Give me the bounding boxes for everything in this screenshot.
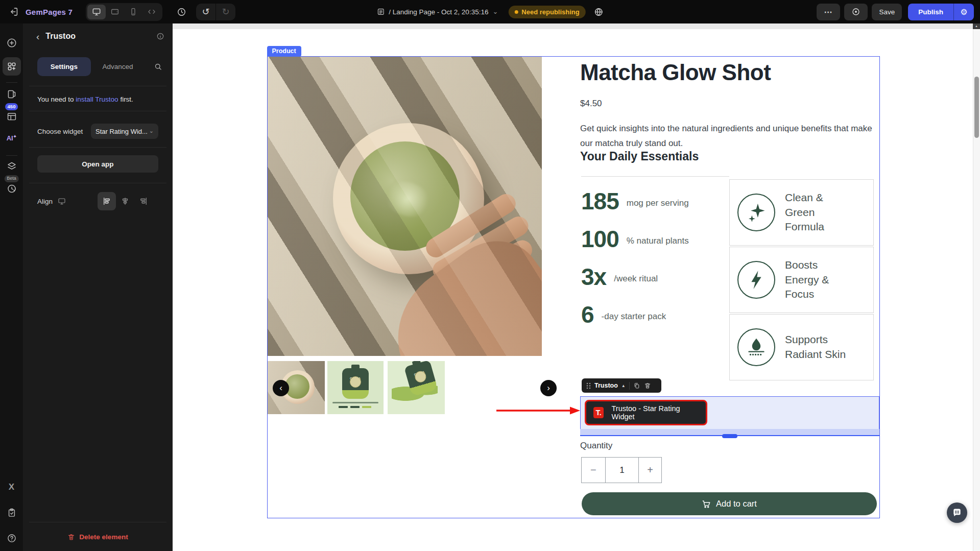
add-to-cart-button[interactable]: Add to cart: [582, 492, 877, 515]
install-notice: You need to install Trustoo first.: [37, 95, 133, 103]
scroll-up-icon[interactable]: ▲: [973, 23, 980, 29]
thumbnail-pouch[interactable]: GEMA: [327, 361, 384, 414]
elements-library-button[interactable]: [3, 57, 21, 76]
stat-row[interactable]: 3x/week ritual: [581, 258, 729, 296]
save-button[interactable]: Save: [872, 4, 902, 20]
align-right-button[interactable]: [134, 192, 153, 210]
add-element-icon[interactable]: [6, 37, 17, 49]
tablet-view-button[interactable]: [106, 5, 124, 19]
carousel-prev-button[interactable]: ‹: [273, 380, 289, 396]
droplet-icon: [737, 328, 775, 366]
preview-button[interactable]: [844, 4, 868, 20]
publish-settings-gear-icon[interactable]: ⚙: [953, 4, 974, 20]
product-price[interactable]: $4.50: [580, 99, 602, 109]
scrollbar[interactable]: [973, 29, 980, 551]
trustoo-selected-element[interactable]: T. Trustoo - Star Rating Widget: [580, 396, 879, 429]
open-app-button[interactable]: Open app: [37, 155, 158, 173]
widget-select[interactable]: Star Rating Wid... ⌄: [91, 124, 158, 139]
blocks-plus-icon: [7, 61, 17, 71]
exit-editor-icon[interactable]: [8, 6, 19, 17]
stat-row[interactable]: 100% natural plants: [581, 220, 729, 258]
divider: [29, 147, 166, 148]
tab-advanced[interactable]: Advanced: [91, 57, 145, 76]
feature-energy[interactable]: Boosts Energy & Focus: [729, 247, 874, 313]
feature-clean-green[interactable]: Clean & Green Formula: [729, 179, 874, 246]
theme-sections-icon[interactable]: [6, 89, 17, 100]
help-icon[interactable]: [7, 533, 17, 543]
quantity-stepper: − 1 +: [581, 457, 662, 483]
product-subheading[interactable]: Your Daily Essentials: [580, 150, 699, 163]
history-icon[interactable]: [174, 4, 189, 19]
align-left-button[interactable]: [98, 192, 116, 210]
caret-up-icon[interactable]: ▲: [622, 384, 626, 388]
quantity-value[interactable]: 1: [606, 458, 639, 483]
redo-button[interactable]: ↻: [216, 4, 235, 20]
element-toolbar: Trustoo ▲: [582, 378, 661, 393]
publish-button[interactable]: Publish: [908, 4, 953, 20]
divider: [6, 82, 17, 83]
divider: [6, 155, 17, 156]
sync-globe-icon[interactable]: [6, 183, 17, 194]
page-title[interactable]: / Landing Page - Oct 2, 20:35:16: [389, 8, 488, 16]
mobile-view-button[interactable]: [124, 5, 142, 19]
product-main-image[interactable]: [268, 57, 542, 356]
annotation-arrow: [494, 404, 582, 417]
divider: [29, 86, 166, 86]
feature-skin[interactable]: Supports Radiant Skin: [729, 314, 874, 380]
section-badge[interactable]: Product: [267, 46, 301, 57]
back-icon[interactable]: ‹: [36, 32, 39, 41]
info-icon[interactable]: [156, 32, 164, 40]
product-section[interactable]: Product GEMA: [267, 56, 880, 518]
stat-row[interactable]: 185mog per serving: [581, 182, 729, 220]
support-chat-button[interactable]: [947, 502, 967, 523]
device-scope-icon[interactable]: [58, 197, 66, 205]
align-label: Align: [37, 198, 53, 205]
globe-icon[interactable]: [594, 7, 604, 17]
thumbnail-pouch-splash[interactable]: GEMA: [388, 361, 445, 414]
element-settings-panel: ‹ Trustoo Settings Advanced You need to …: [23, 23, 173, 551]
quantity-increase-button[interactable]: +: [639, 458, 661, 483]
trash-icon[interactable]: [644, 382, 651, 389]
duplicate-icon[interactable]: [633, 382, 640, 389]
desktop-view-button[interactable]: [87, 5, 106, 19]
app-logo[interactable]: GemPages 7: [26, 8, 73, 16]
status-dot: [514, 10, 518, 14]
page-icon: [376, 8, 385, 16]
resize-handle[interactable]: [722, 434, 737, 438]
product-title[interactable]: Matcha Glow Shot: [580, 60, 771, 85]
toolbar-element-label[interactable]: Trustoo: [594, 382, 618, 389]
more-icon: ⋯: [824, 7, 833, 17]
changelog-clipboard-icon[interactable]: [7, 508, 17, 518]
status-badge: Need republishing: [508, 6, 585, 18]
search-icon[interactable]: [154, 62, 162, 71]
install-trustoo-link[interactable]: install Trustoo: [76, 95, 118, 103]
trash-icon: [67, 533, 75, 541]
panel-title: Trustoo: [45, 32, 76, 41]
divider: [29, 183, 166, 183]
stats-list: 185mog per serving 100% natural plants 3…: [581, 182, 729, 333]
layers-icon[interactable]: [6, 161, 17, 172]
trustoo-widget-label: Trustoo - Star Rating Widget: [611, 404, 699, 421]
ai-assistant-icon[interactable]: AI✦: [7, 134, 17, 142]
chevron-down-icon[interactable]: ⌄: [492, 8, 498, 15]
align-buttons: [98, 192, 153, 210]
canvas-gap: [173, 23, 980, 29]
scrollbar-thumb[interactable]: [974, 77, 979, 138]
more-options-button[interactable]: ⋯: [817, 4, 840, 20]
page-canvas: ▲ Product GEMA: [173, 23, 980, 551]
carousel-next-button[interactable]: ›: [540, 380, 557, 396]
quantity-decrease-button[interactable]: −: [582, 458, 606, 483]
product-description[interactable]: Get quick insights into the natural ingr…: [580, 121, 881, 151]
stat-row[interactable]: 6-day starter pack: [581, 296, 729, 333]
templates-icon[interactable]: [6, 111, 17, 122]
responsive-view-button[interactable]: [142, 5, 161, 19]
tab-settings[interactable]: Settings: [37, 57, 91, 76]
delete-element-button[interactable]: Delete element: [23, 529, 173, 544]
x-social-icon[interactable]: X: [9, 482, 14, 492]
align-center-button[interactable]: [116, 192, 134, 210]
undo-button[interactable]: ↺: [196, 4, 216, 20]
sparkle-icon: [737, 194, 775, 231]
drag-handle-icon[interactable]: [586, 382, 591, 389]
trustoo-widget-placeholder[interactable]: T. Trustoo - Star Rating Widget: [585, 400, 707, 425]
trustoo-logo: T.: [593, 407, 604, 418]
